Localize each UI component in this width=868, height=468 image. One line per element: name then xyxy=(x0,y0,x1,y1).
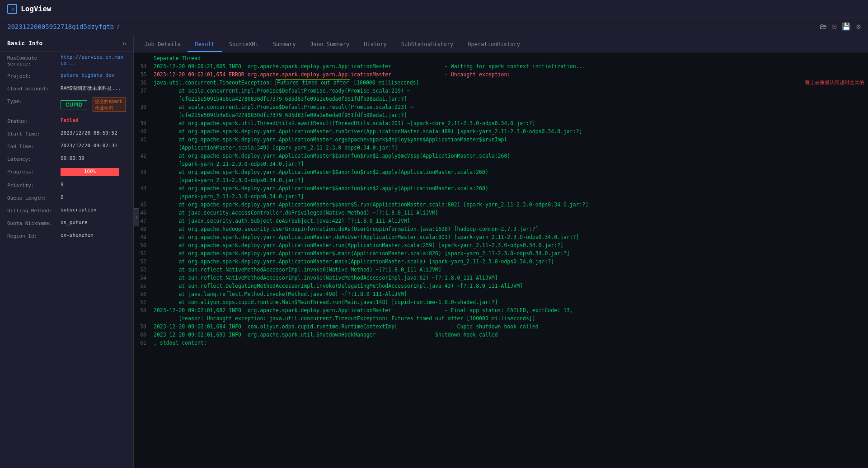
log-text: at javax.security.auth.Subject.doAs(Subj… xyxy=(154,217,864,225)
tab-job-details[interactable]: Job Details xyxy=(137,37,188,52)
status-value: Failed xyxy=(61,117,79,123)
log-line: 49 at org.apache.spark.deploy.yarn.Appli… xyxy=(134,233,868,241)
sidebar-title: Basic Info xyxy=(7,40,42,47)
line-number: 50 xyxy=(137,241,154,249)
priority-value: 9 xyxy=(61,182,64,187)
log-text: at sun.reflect.DelegatingMethodAccessorI… xyxy=(154,282,864,290)
log-text: at com.aliyun.odps.cupid.runtime.Main$Ma… xyxy=(154,298,864,306)
log-text: [cfe215e5091b4e8ca42780830dfc7379_685d83… xyxy=(154,111,864,119)
log-text: at org.apache.hadoop.security.UserGroupI… xyxy=(154,225,864,233)
settings-icon[interactable]: ⚙ xyxy=(856,22,861,31)
line-number: 51 xyxy=(137,249,154,257)
line-number: 47 xyxy=(137,217,154,225)
annotation-comment: 看上去像是访问超时之类的 xyxy=(805,79,864,87)
log-line: 39 at org.apache.spark.util.ThreadUtils$… xyxy=(134,119,868,127)
region-label: Region Id: xyxy=(7,232,57,239)
log-text: [cfe215e5091b4e8ca42780830dfc7379_685d83… xyxy=(154,95,864,103)
window-icon[interactable]: ⊡ xyxy=(832,22,837,31)
log-text: [spark-yarn_2.11-2.3.0-odps0.34.0.jar:?] xyxy=(154,176,864,184)
info-row-quota: Quota Nickname: os_puture xyxy=(0,217,133,229)
log-line: 60 2023-12-20 09:02:01,693 INFO org.apac… xyxy=(134,331,868,339)
line-number: 41 xyxy=(137,136,154,144)
tab-summary[interactable]: Summary xyxy=(266,37,303,52)
log-line: 56 at java.lang.reflect.Method.invoke(Me… xyxy=(134,290,868,298)
line-number: 56 xyxy=(137,290,154,298)
region-value: cn-shenzhen xyxy=(61,232,94,238)
log-line: 57 at com.aliyun.odps.cupid.runtime.Main… xyxy=(134,298,868,306)
log-line: 58 2023-12-20 09:02:01,682 INFO org.apac… xyxy=(134,306,868,314)
log-line-cont: (reason: Uncaught exception: java.util.c… xyxy=(134,314,868,323)
project-value[interactable]: puture_bigdata_dev xyxy=(61,72,114,78)
info-row-latency: Latency: 00:02:39 xyxy=(0,153,133,165)
info-row-billing: Billing Method: subscription xyxy=(0,204,133,217)
latency-label: Latency: xyxy=(7,155,57,162)
line-number: 53 xyxy=(137,266,154,274)
log-text: at org.apache.spark.deploy.yarn.Applicat… xyxy=(154,257,864,266)
line-number: 59 xyxy=(137,323,154,331)
log-text: at org.apache.spark.deploy.yarn.Applicat… xyxy=(154,249,864,257)
log-line: 35 2023-12-20 09:02:01,654 ERROR org.apa… xyxy=(134,70,868,79)
log-line: Separate Thread xyxy=(134,54,868,62)
tab-json-summary[interactable]: Json Summary xyxy=(303,37,357,52)
line-number: 42 xyxy=(137,152,154,160)
log-line: 34 2023-12-20 09:00:21,605 INFO org.apac… xyxy=(134,62,868,70)
tab-source-xml[interactable]: SourceXML xyxy=(222,37,266,52)
log-line-cont: [spark-yarn_2.11-2.3.0-odps0.34.0.jar:?] xyxy=(134,176,868,184)
line-number: 36 xyxy=(137,79,154,87)
tab-result[interactable]: Result xyxy=(188,37,221,52)
log-text: at org.apache.spark.deploy.yarn.Applicat… xyxy=(154,184,864,192)
log-line-cont: (ApplicationMaster.scala:349) [spark-yar… xyxy=(134,144,868,152)
sidebar-header: Basic Info ↻ xyxy=(0,35,133,51)
tab-substatus[interactable]: SubStatusHistory xyxy=(394,37,461,52)
billing-label: Billing Method: xyxy=(7,207,57,214)
log-line: 37 at scala.concurrent.impl.Promise$Defa… xyxy=(134,87,868,95)
log-line: 42 at org.apache.spark.deploy.yarn.Appli… xyxy=(134,152,868,160)
log-line: 55 at sun.reflect.DelegatingMethodAccess… xyxy=(134,282,868,290)
log-line: 41 at org.apache.spark.deploy.yarn.Appli… xyxy=(134,136,868,144)
line-number: 37 xyxy=(137,87,154,95)
log-line: 46 at java.security.AccessController.doP… xyxy=(134,209,868,217)
sidebar-collapse-btn[interactable]: ‹ xyxy=(134,208,139,226)
log-line-cont: [spark-yarn_2.11-2.3.0-odps0.34.0.jar:?] xyxy=(134,192,868,201)
tab-history[interactable]: History xyxy=(357,37,394,52)
log-text: at org.apache.spark.deploy.yarn.Applicat… xyxy=(154,201,864,209)
save-icon[interactable]: 💾 xyxy=(842,22,851,31)
queue-label: Queue Length: xyxy=(7,194,57,201)
log-line: 43 at org.apache.spark.deploy.yarn.Appli… xyxy=(134,168,868,176)
line-number: 54 xyxy=(137,274,154,282)
line-number: 46 xyxy=(137,209,154,217)
end-value: 2023/12/20 09:02:31 xyxy=(61,143,117,149)
log-container[interactable]: Separate Thread 34 2023-12-20 09:00:21,6… xyxy=(134,52,868,468)
refresh-icon[interactable]: ↻ xyxy=(123,40,126,47)
log-line: 54 at sun.reflect.NativeMethodAccessorIm… xyxy=(134,274,868,282)
tab-operation[interactable]: OperationHistory xyxy=(460,37,527,52)
sub-header: 20231220005952718gid5dzyfgtb / 🗁 ⊡ 💾 ⚙ xyxy=(0,18,868,35)
service-value[interactable]: http://service.cn.maxco... xyxy=(61,54,126,66)
log-line-cont: [cfe215e5091b4e8ca42780830dfc7379_685d83… xyxy=(134,111,868,119)
queue-value: 0 xyxy=(61,194,64,200)
priority-label: Priority: xyxy=(7,182,57,188)
job-id[interactable]: 20231220005952718gid5dzyfgtb xyxy=(7,23,114,30)
folder-icon[interactable]: 🗁 xyxy=(820,22,827,31)
log-line: 47 at javax.security.auth.Subject.doAs(S… xyxy=(134,217,868,225)
header-actions: 🗁 ⊡ 💾 ⚙ xyxy=(820,22,861,31)
log-line: 40 at org.apache.spark.deploy.yarn.Appli… xyxy=(134,127,868,136)
line-number: 58 xyxy=(137,306,154,314)
separator: / xyxy=(117,23,120,30)
log-text: at java.security.AccessController.doPriv… xyxy=(154,209,864,217)
log-text: 2023-12-20 09:02:01,684 INFO com.aliyun.… xyxy=(154,323,864,331)
line-number: 39 xyxy=(137,119,154,127)
app-header: ⊡ LogView xyxy=(0,0,868,18)
info-row-type: Type: CUPID 提交的spark作业标识 xyxy=(0,95,133,115)
log-text: 2023-12-20 09:02:01,654 ERROR org.apache… xyxy=(154,70,864,79)
log-text: java.util.concurrent.TimeoutException: F… xyxy=(154,79,796,87)
log-text: Separate Thread xyxy=(154,54,864,62)
cloud-label: Cloud account: xyxy=(7,85,57,92)
app-title: LogView xyxy=(21,5,51,13)
log-line: 38 at scala.concurrent.impl.Promise$Defa… xyxy=(134,103,868,111)
log-line: 53 at sun.reflect.NativeMethodAccessorIm… xyxy=(134,266,868,274)
log-text: 2023-12-20 09:02:01,682 INFO org.apache.… xyxy=(154,306,864,314)
type-badge[interactable]: CUPID xyxy=(61,100,87,109)
log-text: (reason: Uncaught exception: java.util.c… xyxy=(154,314,864,323)
line-number: 48 xyxy=(137,225,154,233)
